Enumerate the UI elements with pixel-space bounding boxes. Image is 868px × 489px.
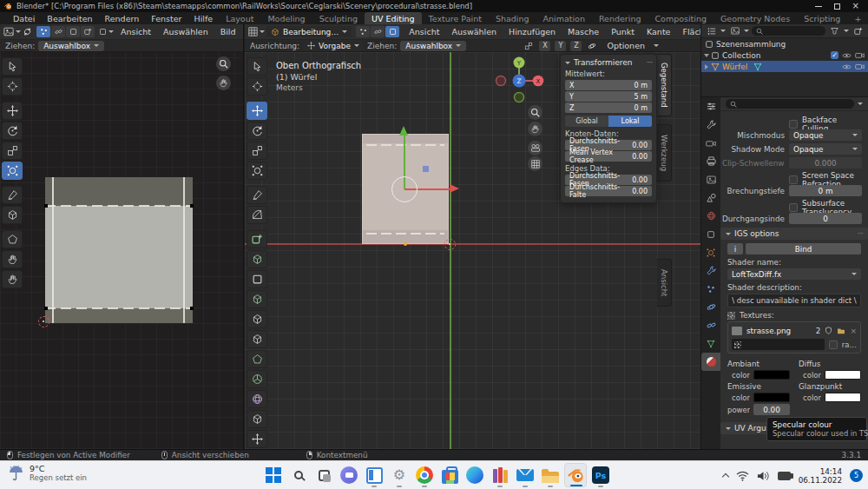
new-collection-icon[interactable] bbox=[852, 25, 865, 36]
sidebar-tab-werkzeug[interactable]: Werkzeug bbox=[657, 124, 672, 182]
tool-edge-slide[interactable] bbox=[247, 410, 267, 428]
speaker-icon[interactable] bbox=[757, 471, 770, 481]
proportional-editing-icon[interactable] bbox=[585, 40, 598, 51]
camera-icon[interactable] bbox=[855, 63, 865, 70]
gizmo-axis-x-negative[interactable] bbox=[496, 76, 506, 86]
gizmo-x-arrowhead[interactable] bbox=[450, 184, 459, 193]
sidebar-tab-ansicht[interactable]: Ansicht bbox=[657, 259, 672, 307]
tool-shrink-fatten[interactable] bbox=[247, 430, 267, 448]
tab-particles[interactable] bbox=[701, 280, 720, 298]
clip-threshold-field[interactable]: 0.000 bbox=[789, 157, 862, 169]
shader-name-dropdown[interactable]: LoftTexDiff.fx bbox=[727, 268, 861, 280]
uv-vertex-handle[interactable] bbox=[190, 204, 194, 208]
selected-face-dot[interactable] bbox=[423, 166, 429, 172]
menu-bearbeiten[interactable]: Bearbeiten bbox=[41, 14, 98, 23]
mode-dropdown[interactable]: Bearbeitung… bbox=[266, 26, 352, 37]
align-dropdown[interactable]: Vorgabe bbox=[303, 40, 364, 51]
tab-collection[interactable] bbox=[701, 225, 720, 243]
outliner-display-mode-icon[interactable] bbox=[728, 25, 741, 36]
gizmo-axis-y-negative[interactable] bbox=[515, 93, 524, 102]
texture-file-name[interactable]: strasse.png bbox=[746, 327, 791, 335]
chat-button[interactable] bbox=[338, 463, 360, 487]
tab-scene[interactable] bbox=[701, 188, 720, 207]
pass-index-field[interactable]: 0 bbox=[789, 213, 862, 224]
task-view-button[interactable] bbox=[312, 463, 335, 487]
tab-animation[interactable]: Animation bbox=[536, 12, 591, 24]
tab-render[interactable] bbox=[701, 134, 720, 152]
expand-icon[interactable] bbox=[705, 64, 708, 69]
uv-vertex-handle[interactable] bbox=[190, 307, 194, 310]
winrar-button[interactable] bbox=[489, 463, 511, 487]
vp-menu-flaeche[interactable]: Fläche bbox=[677, 27, 701, 36]
uv-vertex-handle[interactable] bbox=[44, 307, 48, 310]
chrome-button[interactable] bbox=[413, 463, 436, 487]
tool-2d-cursor[interactable] bbox=[2, 77, 23, 96]
tab-constraints[interactable] bbox=[701, 316, 720, 334]
menu-hilfe[interactable]: Hilfe bbox=[188, 14, 220, 23]
uv-select-edge-button[interactable] bbox=[51, 26, 65, 37]
edge-button[interactable] bbox=[464, 463, 486, 487]
tab-world[interactable] bbox=[701, 207, 720, 225]
uv-select-face-button[interactable] bbox=[66, 26, 80, 37]
texture-path-input[interactable] bbox=[732, 339, 825, 350]
blender-taskbar-button[interactable] bbox=[564, 463, 587, 487]
eye-icon[interactable] bbox=[842, 63, 852, 70]
tool-transform[interactable] bbox=[2, 162, 23, 180]
editor-type-properties-icon[interactable] bbox=[701, 97, 720, 116]
outliner-search-input[interactable] bbox=[752, 26, 825, 36]
tool-move[interactable] bbox=[247, 102, 267, 120]
tool-transform[interactable] bbox=[247, 162, 267, 180]
tab-uv-editing[interactable]: UV Editing bbox=[365, 12, 422, 24]
outliner-row-collection[interactable]: Collection ✓ bbox=[701, 50, 868, 61]
tool-rotate[interactable] bbox=[2, 122, 23, 140]
sss-checkbox[interactable] bbox=[789, 203, 798, 212]
uv-menu-auswaehlen[interactable]: Auswählen bbox=[158, 27, 214, 36]
tab-tool[interactable] bbox=[701, 116, 720, 134]
camera-icon[interactable] bbox=[855, 51, 865, 59]
glanzpunkt-color-swatch[interactable] bbox=[825, 393, 861, 402]
tool-relax[interactable] bbox=[2, 250, 23, 268]
mail-button[interactable] bbox=[514, 463, 536, 487]
edge-crease-field[interactable]: Durchschnitts-Falte 0.00 bbox=[565, 186, 652, 196]
ambiant-color-swatch[interactable] bbox=[753, 370, 790, 380]
unlink-texture-icon[interactable]: × bbox=[850, 327, 857, 335]
filter-funnel-icon[interactable] bbox=[828, 25, 841, 36]
menu-rendern[interactable]: Rendern bbox=[99, 14, 146, 23]
texture-user-count[interactable]: 2 bbox=[816, 327, 821, 335]
menu-fenster[interactable]: Fenster bbox=[145, 14, 187, 23]
viewport-zoom-icon[interactable] bbox=[528, 105, 542, 120]
global-toggle[interactable]: Global bbox=[565, 116, 608, 127]
tab-rendering[interactable]: Rendering bbox=[592, 12, 648, 24]
wifi-icon[interactable] bbox=[736, 471, 749, 481]
tool-inset-faces[interactable] bbox=[247, 270, 267, 288]
diffus-color-swatch[interactable] bbox=[825, 370, 861, 380]
tool-measure[interactable] bbox=[247, 206, 267, 224]
median-x-field[interactable]: X 0 m bbox=[565, 80, 652, 90]
file-explorer-button[interactable] bbox=[539, 463, 562, 487]
blend-mode-dropdown[interactable]: Opaque bbox=[789, 129, 862, 141]
tab-layout[interactable]: Layout bbox=[219, 12, 260, 24]
texture-option-checkbox[interactable] bbox=[829, 340, 838, 349]
notification-badge[interactable]: 5 bbox=[850, 469, 863, 482]
tool-bevel[interactable] bbox=[247, 290, 267, 308]
tool-3d-cursor[interactable] bbox=[247, 77, 267, 96]
tab-output[interactable] bbox=[701, 152, 720, 170]
refraction-depth-field[interactable]: 0 m bbox=[789, 185, 862, 196]
backface-culling-checkbox[interactable] bbox=[789, 120, 798, 129]
tab-texture-paint[interactable]: Texture Paint bbox=[422, 12, 489, 24]
tab-view-layer[interactable] bbox=[701, 170, 720, 188]
vp-drag-dropdown[interactable]: Auswahlbox bbox=[400, 41, 466, 51]
tool-scale[interactable] bbox=[247, 142, 267, 160]
viewport-pan-hand-icon[interactable] bbox=[528, 122, 542, 136]
eye-icon[interactable] bbox=[842, 52, 852, 59]
editor-type-3d-icon[interactable] bbox=[248, 26, 258, 37]
uv-sync-select-icon[interactable] bbox=[23, 26, 32, 37]
tool-loop-cut[interactable] bbox=[247, 310, 267, 328]
tool-tweak[interactable] bbox=[247, 57, 267, 76]
uv-pan-hand-icon[interactable] bbox=[216, 76, 231, 90]
widgets-button[interactable] bbox=[363, 463, 385, 487]
editor-type-image-icon[interactable] bbox=[3, 26, 14, 37]
select-face-button[interactable] bbox=[385, 26, 399, 37]
taskbar-weather-widget[interactable]: 9°C Regen setzt ein bbox=[7, 464, 87, 482]
ssr-checkbox[interactable] bbox=[789, 175, 798, 184]
